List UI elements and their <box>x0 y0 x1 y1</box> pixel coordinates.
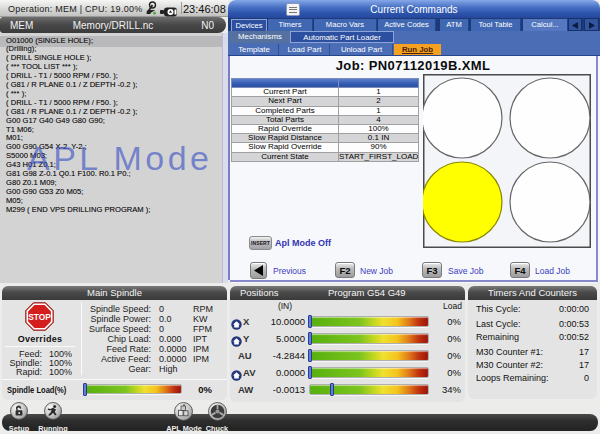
svg-text:STOP: STOP <box>28 312 51 322</box>
